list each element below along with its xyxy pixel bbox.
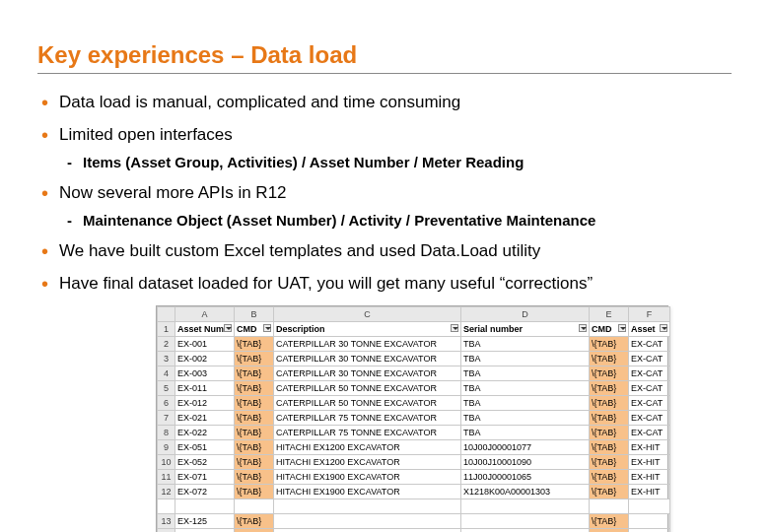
cell: EX-125 [175, 514, 235, 529]
bullet-item: We have built custom Excel templates and… [37, 240, 732, 263]
cell: EX-CAT [629, 396, 670, 411]
table-row: 8EX-022\{TAB}CATERPILLAR 75 TONNE EXCAVA… [158, 426, 670, 440]
cell [274, 514, 461, 529]
cell: \{TAB} [235, 411, 274, 426]
cell: \{TAB} [235, 455, 274, 470]
table-row: 12EX-072\{TAB}HITACHI EX1900 EXCAVATORX1… [158, 485, 670, 499]
col-letter: D [461, 307, 590, 322]
bullet-item: Have final dataset loaded for UAT, you w… [37, 273, 732, 296]
row-number: 9 [158, 440, 175, 455]
col-letter: C [274, 307, 461, 322]
cell: EX-HIT [629, 455, 670, 470]
cell: EX-012 [175, 396, 235, 411]
cell: \{TAB} [235, 514, 274, 529]
col-letter-row: A B C D E F [158, 307, 670, 322]
filter-dropdown-icon[interactable] [451, 324, 458, 332]
cell: EX-CAT [629, 426, 670, 440]
column-header[interactable]: CMD [235, 322, 274, 337]
filter-dropdown-icon[interactable] [660, 324, 667, 332]
table-row: 5EX-011\{TAB}CATERPILLAR 50 TONNE EXCAVA… [158, 381, 670, 396]
cell: EX-CAT [629, 366, 670, 381]
cell: \{TAB} [235, 337, 274, 352]
cell: X1218K00A00001303 [461, 485, 590, 499]
cell: \{TAB} [590, 411, 629, 426]
cell: CATERPILLAR 75 TONNE EXCAVATOR [274, 426, 461, 440]
cell: 10J00J10001090 [461, 455, 590, 470]
cell: TBA [461, 411, 590, 426]
cell [629, 514, 670, 529]
row-number: 6 [158, 396, 175, 411]
cell: HITACHI EX1200 EXCAVATOR [274, 440, 461, 455]
row-number: 2 [158, 337, 175, 352]
cell: EX-CAT [629, 352, 670, 366]
row-number: 3 [158, 352, 175, 366]
cell: \{TAB} [235, 440, 274, 455]
filter-dropdown-icon[interactable] [263, 324, 271, 332]
cell: \{TAB} [590, 337, 629, 352]
sub-bullet-item: Maintenance Object (Asset Number) / Acti… [59, 211, 732, 231]
cell: EX-002 [175, 352, 235, 366]
cell: HITACHI EX1900 EXCAVATOR [274, 485, 461, 499]
cell: \{TAB} [590, 366, 629, 381]
cell: CATERPILLAR 30 TONNE EXCAVATOR [274, 337, 461, 352]
cell: \{TAB} [590, 485, 629, 499]
bullet-item: Data load is manual, complicated and tim… [37, 92, 732, 114]
cell: EX-072 [175, 485, 235, 499]
slide-title: Key experiences – Data load [37, 41, 732, 69]
col-letter: F [629, 307, 670, 322]
cell: TBA [461, 337, 590, 352]
cell: CATERPILLAR 75 TONNE EXCAVATOR [274, 411, 461, 426]
filter-dropdown-icon[interactable] [618, 324, 626, 332]
cell: EX-HIT [629, 470, 670, 485]
cell: \{TAB} [235, 470, 274, 485]
cell [461, 514, 590, 529]
column-header[interactable]: Description [274, 322, 461, 337]
table-row: 10EX-052\{TAB}HITACHI EX1200 EXCAVATOR10… [158, 455, 670, 470]
cell: CATERPILLAR 30 TONNE EXCAVATOR [274, 352, 461, 366]
row-number: 5 [158, 381, 175, 396]
bullet-item: Limited open interfaces Items (Asset Gro… [37, 124, 732, 172]
table-row: 9EX-051\{TAB}HITACHI EX1200 EXCAVATOR10J… [158, 440, 670, 455]
table-row: 11EX-071\{TAB}HITACHI EX1900 EXCAVATOR11… [158, 470, 670, 485]
filter-dropdown-icon[interactable] [224, 324, 232, 332]
cell: \{TAB} [235, 366, 274, 381]
cell: \{TAB} [590, 352, 629, 366]
cell: TBA [461, 366, 590, 381]
cell: EX-003 [175, 366, 235, 381]
bullet-list: Data load is manual, complicated and tim… [37, 92, 732, 296]
cell: TBA [461, 426, 590, 440]
table-row: 3EX-002\{TAB}CATERPILLAR 30 TONNE EXCAVA… [158, 352, 670, 366]
cell: EX-051 [175, 440, 235, 455]
col-letter: A [175, 307, 235, 322]
table-row: 6EX-012\{TAB}CATERPILLAR 50 TONNE EXCAVA… [158, 396, 670, 411]
cell: TBA [461, 396, 590, 411]
row-number: 10 [158, 455, 175, 470]
cell: \{TAB} [590, 470, 629, 485]
cell: CATERPILLAR 50 TONNE EXCAVATOR [274, 396, 461, 411]
row-number: 8 [158, 426, 175, 440]
cell: EX-071 [175, 470, 235, 485]
row-number: 4 [158, 366, 175, 381]
cell: EX-HIT [629, 485, 670, 499]
cell: \{TAB} [235, 485, 274, 499]
column-header[interactable]: Asset [629, 322, 670, 337]
bullet-item: Now several more APIs in R12 Maintenance… [37, 182, 732, 231]
cell: 11J00J00001065 [461, 470, 590, 485]
cell: \{TAB} [590, 514, 629, 529]
cell: 10J00J00001077 [461, 440, 590, 455]
divider [37, 73, 732, 74]
sub-bullet-item: Items (Asset Group, Activities) / Asset … [59, 153, 732, 172]
cell: EX-022 [175, 426, 235, 440]
row-number: 12 [158, 485, 175, 499]
cell: EX-CAT [629, 337, 670, 352]
column-header[interactable]: Serial number [461, 322, 590, 337]
table-row: 2EX-001\{TAB}CATERPILLAR 30 TONNE EXCAVA… [158, 337, 670, 352]
filter-dropdown-icon[interactable] [579, 324, 587, 332]
column-header[interactable]: Asset Num [175, 322, 235, 337]
cell: CATERPILLAR 30 TONNE EXCAVATOR [274, 366, 461, 381]
column-header[interactable]: CMD [590, 322, 629, 337]
cell: \{TAB} [235, 426, 274, 440]
corner-cell [158, 307, 175, 322]
cell: TBA [461, 381, 590, 396]
col-letter: B [235, 307, 274, 322]
